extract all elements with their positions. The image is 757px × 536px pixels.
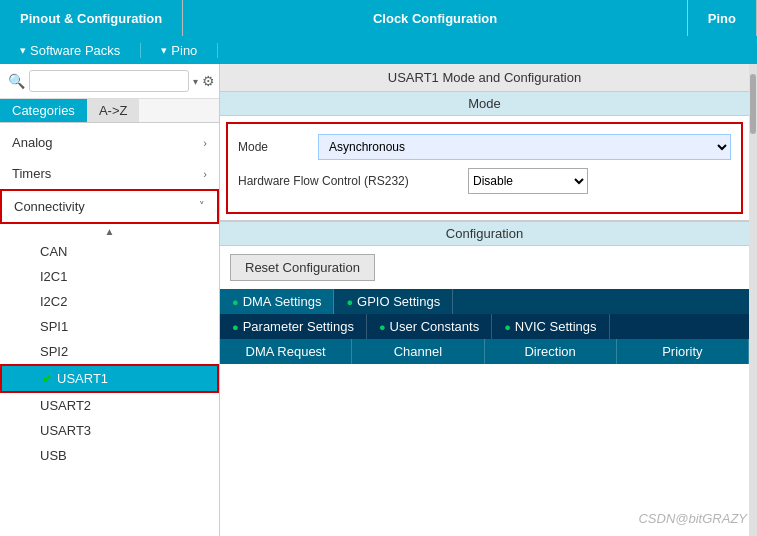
tab-gpio-settings[interactable]: ● GPIO Settings [334, 289, 453, 314]
gear-icon[interactable]: ⚙ [202, 73, 215, 89]
config-tabs: ● DMA Settings ● GPIO Settings [220, 289, 749, 314]
watermark: CSDN@bitGRAZY [638, 511, 747, 526]
circle-icon: ● [346, 296, 353, 308]
sidebar-item-can[interactable]: CAN [0, 239, 219, 264]
config-tabs-row2: ● Parameter Settings ● User Constants ● … [220, 314, 749, 339]
vertical-scrollbar[interactable] [749, 64, 757, 536]
tab-nvic-settings[interactable]: ● NVIC Settings [492, 314, 609, 339]
hw-flow-select[interactable]: Disable [468, 168, 588, 194]
mode-row: Mode Asynchronous [238, 134, 731, 160]
mode-label: Mode [238, 140, 318, 154]
nav-clock[interactable]: Clock Configuration [183, 0, 688, 36]
col-channel: Channel [352, 339, 484, 364]
sidebar-item-usart1[interactable]: ✔ USART1 [0, 364, 219, 393]
config-section: Configuration Reset Configuration ● DMA … [220, 222, 749, 536]
sidebar: 🔍 ▾ ⚙ Categories A->Z Analog › Timers [0, 64, 220, 536]
sidebar-item-connectivity[interactable]: Connectivity ˅ [0, 189, 219, 224]
sidebar-item-spi1[interactable]: SPI1 [0, 314, 219, 339]
config-section-header: Configuration [220, 222, 749, 246]
tab-parameter-settings[interactable]: ● Parameter Settings [220, 314, 367, 339]
search-input[interactable] [29, 70, 189, 92]
tab-user-constants[interactable]: ● User Constants [367, 314, 492, 339]
tab-categories[interactable]: Categories [0, 99, 87, 122]
content-area: USART1 Mode and Configuration Mode Mode … [220, 64, 749, 536]
hw-flow-label: Hardware Flow Control (RS232) [238, 174, 468, 188]
scrollbar-thumb[interactable] [750, 74, 756, 134]
reset-config-button[interactable]: Reset Configuration [230, 254, 375, 281]
sidebar-item-i2c2[interactable]: I2C2 [0, 289, 219, 314]
search-icon: 🔍 [8, 73, 25, 89]
top-navigation: Pinout & Configuration Clock Configurati… [0, 0, 757, 36]
sidebar-item-spi2[interactable]: SPI2 [0, 339, 219, 364]
sidebar-search-bar: 🔍 ▾ ⚙ [0, 64, 219, 99]
chevron-down-icon: ▾ [161, 44, 167, 57]
nav-pino[interactable]: Pino [688, 0, 757, 36]
config-table-header: DMA Request Channel Direction Priority [220, 339, 749, 364]
col-direction: Direction [485, 339, 617, 364]
col-priority: Priority [617, 339, 749, 364]
chevron-down-icon: ˅ [199, 200, 205, 213]
mode-section: Mode Mode Asynchronous Hardware Flow Con… [220, 92, 749, 222]
chevron-down-icon: ▾ [20, 44, 26, 57]
circle-icon: ● [232, 296, 239, 308]
sidebar-tabs: Categories A->Z [0, 99, 219, 123]
chevron-right-icon: › [203, 137, 207, 149]
circle-icon: ● [379, 321, 386, 333]
sidebar-list: Analog › Timers › Connectivity ˅ ▲ CAN I… [0, 123, 219, 536]
sidebar-item-usart3[interactable]: USART3 [0, 418, 219, 443]
content-title: USART1 Mode and Configuration [220, 64, 749, 92]
circle-icon: ● [232, 321, 239, 333]
tab-az[interactable]: A->Z [87, 99, 140, 122]
chevron-down-icon[interactable]: ▾ [193, 76, 198, 87]
sidebar-item-timers[interactable]: Timers › [0, 158, 219, 189]
tab-dma-settings[interactable]: ● DMA Settings [220, 289, 334, 314]
mode-section-header: Mode [220, 92, 749, 116]
circle-icon: ● [504, 321, 511, 333]
sidebar-item-analog[interactable]: Analog › [0, 127, 219, 158]
subnav-pino[interactable]: ▾ Pino [141, 43, 218, 58]
scroll-up-indicator: ▲ [0, 224, 219, 239]
main-layout: 🔍 ▾ ⚙ Categories A->Z Analog › Timers [0, 64, 757, 536]
sidebar-item-usart2[interactable]: USART2 [0, 393, 219, 418]
check-icon: ✔ [42, 371, 53, 386]
mode-select[interactable]: Asynchronous [318, 134, 731, 160]
chevron-right-icon: › [203, 168, 207, 180]
sidebar-item-usb[interactable]: USB [0, 443, 219, 468]
nav-pinout[interactable]: Pinout & Configuration [0, 0, 183, 36]
col-dma-request: DMA Request [220, 339, 352, 364]
sub-navigation: ▾ Software Packs ▾ Pino [0, 36, 757, 64]
sidebar-item-i2c1[interactable]: I2C1 [0, 264, 219, 289]
hw-flow-row: Hardware Flow Control (RS232) Disable [238, 168, 731, 194]
mode-body: Mode Asynchronous Hardware Flow Control … [226, 122, 743, 214]
subnav-software-packs[interactable]: ▾ Software Packs [0, 43, 141, 58]
